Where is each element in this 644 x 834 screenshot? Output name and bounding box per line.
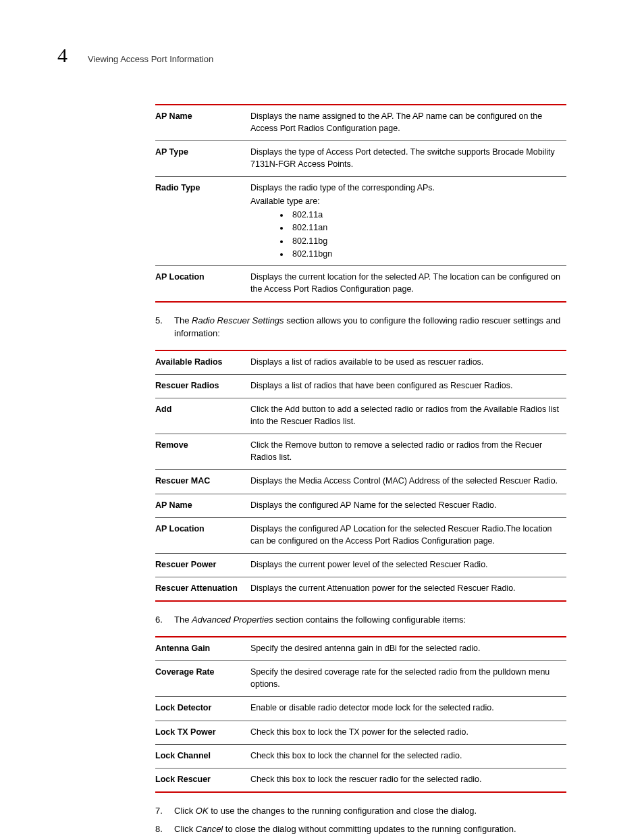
step-number: 8.: [155, 823, 174, 834]
table-row: AP TypeDisplays the type of Access Port …: [155, 140, 566, 176]
list-item: 802.11bgn: [290, 248, 562, 260]
term-cell: Remove: [155, 434, 250, 470]
step-list-7-8: 7.Click OK to use the changes to the run…: [155, 805, 566, 834]
content-area: AP NameDisplays the name assigned to the…: [155, 104, 566, 835]
table-row: Rescuer RadiosDisplays a list of radios …: [155, 374, 566, 398]
table-row: Antenna GainSpecify the desired antenna …: [155, 637, 566, 661]
description-cell: Displays the Media Access Control (MAC) …: [250, 470, 566, 494]
table-row: AddClick the Add button to add a selecte…: [155, 398, 566, 434]
description-cell: Check this box to lock the rescuer radio…: [250, 768, 566, 792]
term-cell: Rescuer Power: [155, 553, 250, 577]
list-item: 802.11a: [290, 209, 562, 221]
term-cell: Antenna Gain: [155, 637, 250, 661]
term-cell: Add: [155, 398, 250, 434]
table-row: AP LocationDisplays the current location…: [155, 265, 566, 302]
description-cell: Click the Remove button to remove a sele…: [250, 434, 566, 470]
emphasis: Advanced Properties: [192, 615, 273, 625]
term-cell: AP Location: [155, 265, 250, 302]
description-cell: Click the Add button to add a selected r…: [250, 398, 566, 434]
term-cell: AP Type: [155, 140, 250, 176]
description-cell: Specify the desired coverage rate for th…: [250, 661, 566, 697]
term-cell: Lock Channel: [155, 744, 250, 768]
step-text: The Radio Rescuer Settings section allow…: [174, 315, 566, 340]
term-cell: AP Name: [155, 105, 250, 141]
advanced-properties-table: Antenna GainSpecify the desired antenna …: [155, 636, 566, 793]
term-cell: Radio Type: [155, 177, 250, 266]
description-cell: Displays a list of radios available to b…: [250, 350, 566, 375]
term-cell: Lock Detector: [155, 697, 250, 721]
emphasis: Cancel: [196, 824, 223, 834]
description-cell: Displays the name assigned to the AP. Th…: [250, 105, 566, 141]
table-row: AP LocationDisplays the configured AP Lo…: [155, 517, 566, 553]
list-item: 802.11an: [290, 221, 562, 234]
section-title: Viewing Access Port Information: [88, 53, 213, 66]
description-cell: Displays a list of radios that have been…: [250, 374, 566, 398]
list-item: 802.11bg: [290, 235, 562, 247]
emphasis: Radio Rescuer Settings: [192, 315, 284, 325]
term-cell: Lock Rescuer: [155, 768, 250, 792]
page-header: 4 Viewing Access Port Information: [57, 41, 566, 70]
term-cell: Available Radios: [155, 350, 250, 375]
table-row: Coverage RateSpecify the desired coverag…: [155, 661, 566, 697]
step-number: 5.: [155, 315, 174, 340]
description-cell: Displays the current power level of the …: [250, 553, 566, 577]
step-item: 8.Click Cancel to close the dialog witho…: [155, 823, 566, 834]
description-cell: Displays the radio type of the correspon…: [250, 177, 566, 266]
emphasis: OK: [196, 806, 209, 816]
step-list-5: 5.The Radio Rescuer Settings section all…: [155, 315, 566, 340]
page: 4 Viewing Access Port Information AP Nam…: [0, 0, 644, 834]
term-cell: AP Location: [155, 517, 250, 553]
description-cell: Displays the configured AP Name for the …: [250, 494, 566, 517]
description-cell: Displays the current location for the se…: [250, 265, 566, 302]
description-cell: Check this box to lock the TX power for …: [250, 721, 566, 744]
step-text: The Advanced Properties section contains…: [174, 614, 566, 627]
chapter-number: 4: [57, 41, 88, 70]
table-row: Rescuer PowerDisplays the current power …: [155, 553, 566, 577]
step-text: Click OK to use the changes to the runni…: [174, 805, 566, 818]
table-row: Lock RescuerCheck this box to lock the r…: [155, 768, 566, 792]
term-cell: Lock TX Power: [155, 721, 250, 744]
description-cell: Check this box to lock the channel for t…: [250, 744, 566, 768]
step-list-6: 6.The Advanced Properties section contai…: [155, 614, 566, 627]
term-cell: Rescuer Radios: [155, 374, 250, 398]
term-cell: Rescuer Attenuation: [155, 577, 250, 602]
table-row: Rescuer AttenuationDisplays the current …: [155, 577, 566, 602]
description-cell: Displays the type of Access Port detecte…: [250, 140, 566, 176]
description-cell: Enable or disable radio detector mode lo…: [250, 697, 566, 721]
table-row: Lock ChannelCheck this box to lock the c…: [155, 744, 566, 768]
table-row: Rescuer MACDisplays the Media Access Con…: [155, 470, 566, 494]
description-cell: Specify the desired antenna gain in dBi …: [250, 637, 566, 661]
step-item: 7.Click OK to use the changes to the run…: [155, 805, 566, 818]
table-row: AP NameDisplays the configured AP Name f…: [155, 494, 566, 517]
step-item: 6.The Advanced Properties section contai…: [155, 614, 566, 627]
ap-info-table: AP NameDisplays the name assigned to the…: [155, 104, 566, 303]
step-item: 5.The Radio Rescuer Settings section all…: [155, 315, 566, 340]
description-cell: Displays the current Attenuation power f…: [250, 577, 566, 602]
term-cell: Coverage Rate: [155, 661, 250, 697]
table-row: RemoveClick the Remove button to remove …: [155, 434, 566, 470]
step-text: Click Cancel to close the dialog without…: [174, 823, 566, 834]
bullet-list: 802.11a802.11an802.11bg802.11bgn: [250, 209, 562, 260]
table-row: AP NameDisplays the name assigned to the…: [155, 105, 566, 141]
term-cell: AP Name: [155, 494, 250, 517]
table-row: Radio TypeDisplays the radio type of the…: [155, 177, 566, 266]
rescuer-settings-table: Available RadiosDisplays a list of radio…: [155, 350, 566, 602]
table-row: Lock DetectorEnable or disable radio det…: [155, 697, 566, 721]
table-row: Available RadiosDisplays a list of radio…: [155, 350, 566, 375]
step-number: 7.: [155, 805, 174, 818]
table-row: Lock TX PowerCheck this box to lock the …: [155, 721, 566, 744]
step-number: 6.: [155, 614, 174, 627]
description-cell: Displays the configured AP Location for …: [250, 517, 566, 553]
term-cell: Rescuer MAC: [155, 470, 250, 494]
